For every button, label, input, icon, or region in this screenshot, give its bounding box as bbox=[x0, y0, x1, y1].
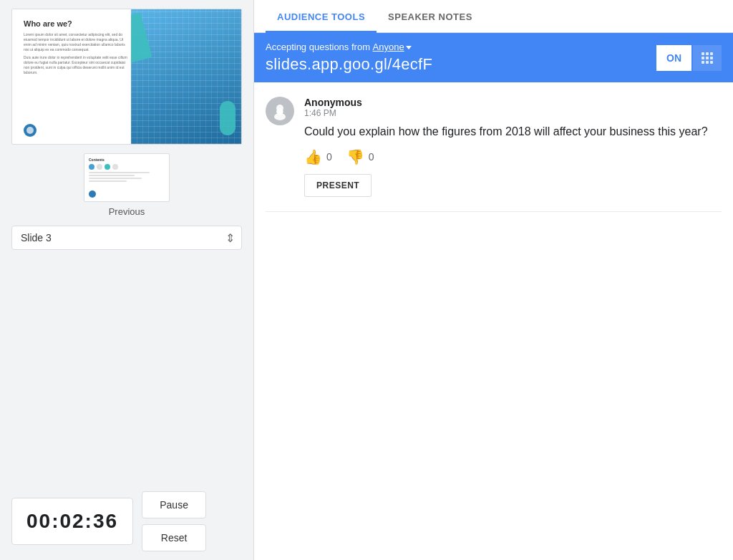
slide-image-block bbox=[131, 9, 241, 144]
qa-banner: Accepting questions from Anyone slides.a… bbox=[254, 33, 733, 82]
qa-toggle: ON bbox=[656, 45, 722, 71]
timer-buttons: Pause Reset bbox=[142, 491, 206, 551]
anyone-link[interactable]: Anyone bbox=[373, 42, 404, 52]
thumb-slide-title: Contents bbox=[89, 158, 165, 162]
thumb-lines bbox=[89, 172, 165, 182]
thumbs-up-icon: 👍 bbox=[304, 148, 322, 165]
slide-selector[interactable]: Slide 1 Slide 2 Slide 3 Slide 4 Slide 5 bbox=[11, 226, 242, 250]
slide-body-text: Lorem ipsum dolor sit amet, consectetur … bbox=[24, 32, 131, 52]
left-panel: Who are we? Lorem ipsum dolor sit amet, … bbox=[0, 0, 254, 560]
qa-banner-left: Accepting questions from Anyone slides.a… bbox=[266, 42, 432, 74]
toggle-on-button[interactable]: ON bbox=[656, 45, 691, 71]
thumb-line-3 bbox=[89, 178, 142, 179]
slide-preview: Who are we? Lorem ipsum dolor sit amet, … bbox=[11, 9, 242, 145]
toggle-grid-button[interactable] bbox=[693, 45, 722, 71]
question-actions: 👍 0 👎 0 bbox=[304, 148, 722, 165]
thumb-dot-4 bbox=[112, 164, 118, 170]
tab-audience-tools[interactable]: AUDIENCE TOOLS bbox=[266, 0, 377, 33]
timer-row: 00:02:36 Pause Reset bbox=[11, 486, 242, 551]
question-text: Could you explain how the figures from 2… bbox=[304, 124, 722, 140]
timer-display: 00:02:36 bbox=[11, 498, 133, 545]
thumbs-up-count: 0 bbox=[326, 151, 332, 163]
accepting-text: Accepting questions from Anyone bbox=[266, 42, 432, 52]
tab-speaker-notes[interactable]: SPEAKER NOTES bbox=[377, 0, 484, 33]
thumbs-down-count: 0 bbox=[369, 151, 374, 163]
thumb-dot-2 bbox=[97, 164, 102, 170]
qa-url: slides.app.goo.gl/4ecfF bbox=[266, 55, 432, 74]
thumb-dots bbox=[89, 164, 165, 170]
svg-point-1 bbox=[274, 113, 286, 120]
slide-body-text-2: Duis aute irure dolor in reprehenderit i… bbox=[24, 55, 131, 75]
avatar-svg bbox=[270, 101, 290, 121]
slide-circle bbox=[24, 124, 37, 137]
question-author: Anonymous bbox=[304, 97, 722, 108]
prev-slide-thumb: Contents bbox=[84, 153, 170, 202]
teal-shape-2 bbox=[220, 101, 236, 135]
grid-icon bbox=[702, 52, 713, 64]
svg-point-0 bbox=[276, 105, 283, 112]
thumbs-down-icon: 👎 bbox=[346, 148, 364, 165]
present-button[interactable]: PRESENT bbox=[304, 174, 372, 197]
reset-button[interactable]: Reset bbox=[142, 524, 206, 551]
slide-selector-wrapper[interactable]: Slide 1 Slide 2 Slide 3 Slide 4 Slide 5 … bbox=[11, 226, 242, 250]
prev-label: Previous bbox=[109, 206, 145, 217]
thumb-line-1 bbox=[89, 172, 150, 173]
thumb-line-4 bbox=[89, 180, 127, 182]
pause-button[interactable]: Pause bbox=[142, 491, 206, 518]
tabs-header: AUDIENCE TOOLS SPEAKER NOTES bbox=[254, 0, 733, 33]
question-time: 1:46 PM bbox=[304, 108, 722, 118]
question-body: Anonymous 1:46 PM Could you explain how … bbox=[304, 97, 722, 197]
right-panel: AUDIENCE TOOLS SPEAKER NOTES Accepting q… bbox=[254, 0, 733, 560]
question-item: ● Anonymous 1:46 PM Could you explain ho… bbox=[266, 97, 722, 212]
thumb-dot-1 bbox=[89, 164, 94, 170]
prev-slide-container: Contents Previous bbox=[11, 153, 242, 217]
thumbs-up-button[interactable]: 👍 0 bbox=[304, 148, 332, 165]
qa-content: ● Anonymous 1:46 PM Could you explain ho… bbox=[254, 82, 733, 560]
avatar: ● bbox=[266, 97, 294, 125]
thumb-dot-3 bbox=[105, 164, 110, 170]
thumbs-down-button[interactable]: 👎 0 bbox=[346, 148, 374, 165]
chevron-down-icon bbox=[406, 46, 412, 49]
thumb-line-2 bbox=[89, 175, 135, 176]
thumb-bottom-circle bbox=[89, 190, 96, 198]
slide-circle-inner bbox=[26, 127, 34, 134]
